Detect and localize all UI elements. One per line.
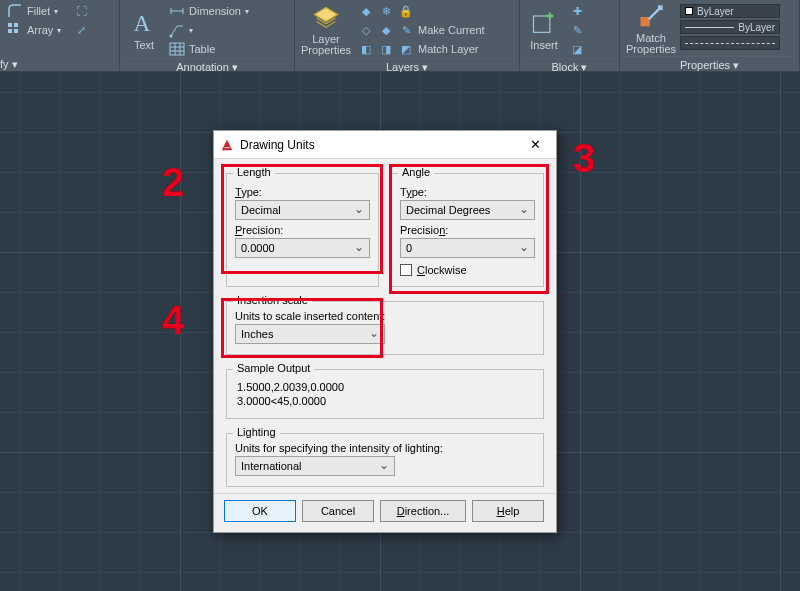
length-precision-value: 0.0000 <box>241 242 275 254</box>
scale-icon: ⤢ <box>73 22 89 38</box>
dimension-label: Dimension <box>189 5 241 17</box>
modify-misc-1[interactable]: ⛶ <box>70 2 92 20</box>
angle-group: Angle Type: Decimal Degrees Precision: 0… <box>391 173 544 287</box>
text-icon: A <box>130 9 158 37</box>
direction-button[interactable]: Direction... <box>380 500 466 522</box>
text-label: Text <box>134 39 154 51</box>
ok-label: OK <box>252 505 268 517</box>
match-properties-label: MatchProperties <box>626 33 676 55</box>
lighting-units-select[interactable]: International <box>235 456 395 476</box>
sample-line-2: 3.0000<45,0.0000 <box>237 394 535 408</box>
attr-icon: ◪ <box>569 41 585 57</box>
angle-type-label: Type: <box>400 186 535 198</box>
match-layer-button[interactable]: ◧ ◨ ◩ Match Layer <box>355 40 515 58</box>
angle-type-value: Decimal Degrees <box>406 204 490 216</box>
color-label: ByLayer <box>697 6 734 17</box>
fillet-icon <box>7 3 23 19</box>
match-layer-icon: ◧ <box>358 41 374 57</box>
array-label: Array <box>27 24 53 36</box>
lighting-label: Units for specifying the intensity of li… <box>235 442 535 454</box>
length-type-value: Decimal <box>241 204 281 216</box>
dialog-buttons: OK Cancel Direction... Help <box>214 493 556 532</box>
lighting-value: International <box>241 460 302 472</box>
panel-title-modify[interactable]: fy ▾ <box>0 58 18 71</box>
insertion-units-select[interactable]: Inches <box>235 324 385 344</box>
panel-modify: Fillet ▾ Array ▾ ⛶ ⤢ fy ▾ . <box>0 0 120 71</box>
ribbon: Fillet ▾ Array ▾ ⛶ ⤢ fy ▾ . <box>0 0 800 72</box>
make-current-button[interactable]: ◇ ◆ ✎ Make Current <box>355 21 515 39</box>
drawing-units-dialog: Drawing Units ✕ Length Type: Decimal Pre… <box>213 130 557 533</box>
fillet-label: Fillet <box>27 5 50 17</box>
svg-text:A: A <box>134 10 151 36</box>
match-properties-button[interactable]: MatchProperties <box>624 2 678 56</box>
svg-rect-7 <box>534 16 550 32</box>
linetype-swatch[interactable] <box>680 36 780 50</box>
clockwise-checkbox[interactable] <box>400 264 412 276</box>
panel-properties: MatchProperties ByLayer ByLayer Properti… <box>620 0 800 71</box>
match-layer-label: Match Layer <box>418 43 479 55</box>
cancel-label: Cancel <box>321 505 355 517</box>
panel-layers: LayerProperties ◆❄🔒 ◇ ◆ ✎ Make Current ◧… <box>295 0 520 71</box>
stretch-icon: ⛶ <box>73 3 89 19</box>
sample-line-1: 1.5000,2.0039,0.0000 <box>237 380 535 394</box>
lighting-group: Lighting Units for specifying the intens… <box>226 433 544 487</box>
insert-icon <box>530 9 558 37</box>
make-current-icon: ◇ <box>358 22 374 38</box>
insertion-scale-group: Insertion scale Units to scale inserted … <box>226 301 544 355</box>
block-create-button[interactable]: ✚ <box>566 2 588 20</box>
make-current-label: Make Current <box>418 24 485 36</box>
make-current-icon2: ◆ <box>378 22 394 38</box>
insertion-legend: Insertion scale <box>233 294 312 306</box>
sample-output-group: Sample Output 1.5000,2.0039,0.0000 3.000… <box>226 369 544 419</box>
leader-icon <box>169 22 185 38</box>
help-label: Help <box>497 505 520 517</box>
layer-properties-button[interactable]: LayerProperties <box>299 2 353 58</box>
layer-tool-1[interactable]: ◆❄🔒 <box>355 2 515 20</box>
block-edit-button[interactable]: ✎ <box>566 21 588 39</box>
array-button[interactable]: Array ▾ <box>4 21 64 39</box>
modify-misc-2[interactable]: ⤢ <box>70 21 92 39</box>
text-button[interactable]: A Text <box>124 2 164 58</box>
lineweight-swatch[interactable]: ByLayer <box>680 20 780 34</box>
insert-button[interactable]: Insert <box>524 2 564 58</box>
titlebar[interactable]: Drawing Units ✕ <box>214 131 556 159</box>
block-attr-button[interactable]: ◪ <box>566 40 588 58</box>
leader-button[interactable]: ▾ <box>166 21 290 39</box>
length-type-select[interactable]: Decimal <box>235 200 370 220</box>
layer-freeze-icon: ❄ <box>378 3 394 19</box>
insert-label: Insert <box>530 39 558 51</box>
svg-rect-2 <box>8 29 12 33</box>
length-precision-select[interactable]: 0.0000 <box>235 238 370 258</box>
length-precision-label: Precision: <box>235 224 370 236</box>
angle-precision-select[interactable]: 0 <box>400 238 535 258</box>
dimension-icon <box>169 3 185 19</box>
panel-block: Insert ✚ ✎ ◪ Block ▾ <box>520 0 620 71</box>
cancel-button[interactable]: Cancel <box>302 500 374 522</box>
fillet-button[interactable]: Fillet ▾ <box>4 2 64 20</box>
edit-icon: ✎ <box>569 22 585 38</box>
svg-rect-6 <box>170 43 184 55</box>
svg-rect-9 <box>658 5 663 10</box>
help-button[interactable]: Help <box>472 500 544 522</box>
dimension-button[interactable]: Dimension ▾ <box>166 2 290 20</box>
svg-rect-0 <box>8 23 12 27</box>
match-layer-icon3: ◩ <box>398 41 414 57</box>
table-label: Table <box>189 43 215 55</box>
create-icon: ✚ <box>569 3 585 19</box>
array-icon <box>7 22 23 38</box>
close-button[interactable]: ✕ <box>520 134 550 156</box>
angle-precision-value: 0 <box>406 242 412 254</box>
insertion-value: Inches <box>241 328 273 340</box>
angle-type-select[interactable]: Decimal Degrees <box>400 200 535 220</box>
table-icon <box>169 41 185 57</box>
layer-properties-label: LayerProperties <box>301 34 351 56</box>
match-properties-icon <box>637 3 665 31</box>
panel-annotation: A Text Dimension ▾ ▾ <box>120 0 295 71</box>
layers-icon <box>312 4 340 32</box>
svg-point-5 <box>170 35 173 38</box>
ok-button[interactable]: OK <box>224 500 296 522</box>
table-button[interactable]: Table <box>166 40 290 58</box>
color-swatch[interactable]: ByLayer <box>680 4 780 18</box>
dialog-title: Drawing Units <box>240 138 514 152</box>
app-icon <box>220 138 234 152</box>
